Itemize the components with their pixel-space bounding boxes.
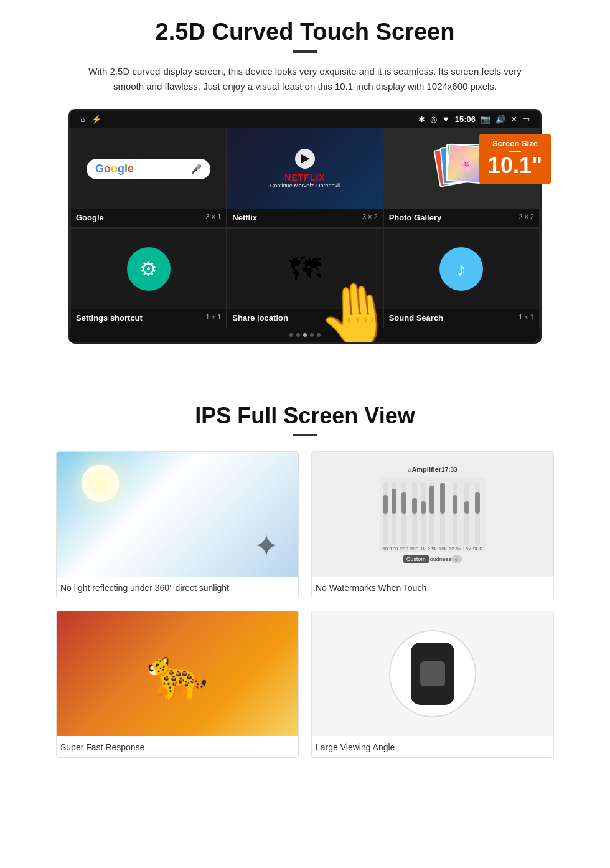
card-cheetah: 🐆 Super Fast Response: [56, 611, 299, 758]
amp-label-10: SUB: [472, 546, 482, 552]
section-curved-screen: 2.5D Curved Touch Screen With 2.5D curve…: [0, 0, 610, 359]
netflix-subtitle: Continue Marvel's Daredevil: [270, 182, 340, 189]
netflix-figure: NETFLIX Continue Marvel's Daredevil: [227, 128, 382, 209]
amp-track-5: [421, 483, 426, 545]
device-container: ⌂ ⚡ ✱ ◎ ▼ 15:06 📷 🔊 ✕ ▭: [68, 109, 542, 344]
amp-label-4: 500: [410, 546, 418, 552]
status-time: 15:06: [455, 115, 476, 124]
section2-underline: [293, 434, 317, 436]
sound-app-size: 1 × 1: [518, 313, 534, 323]
sky-image: ✦: [57, 452, 298, 577]
sound-icon-circle: ♪: [439, 247, 483, 291]
car-circle: [389, 630, 476, 717]
amp-track-4: [412, 483, 417, 545]
amp-col-6: 2.5k: [428, 483, 437, 552]
dot-3-active: [303, 333, 307, 337]
status-bar: ⌂ ⚡ ✱ ◎ ▼ 15:06 📷 🔊 ✕ ▭: [70, 111, 540, 128]
amp-col-1: 60: [382, 483, 388, 552]
amp-custom-label: Custom: [403, 555, 429, 563]
title-underline: [293, 50, 317, 53]
settings-app-size: 1 × 1: [206, 313, 222, 323]
amp-fill-2: [392, 489, 396, 514]
device-frame: ⌂ ⚡ ✱ ◎ ▼ 15:06 📷 🔊 ✕ ▭: [68, 109, 542, 344]
amp-col-4: 500: [410, 483, 418, 552]
amp-track-7: [440, 483, 445, 545]
amp-col-8: 12.5k: [449, 483, 461, 552]
amp-fill-3: [401, 492, 406, 514]
maps-app-name: Share location: [232, 313, 288, 323]
dot-1: [289, 333, 293, 337]
google-label: Google 3 × 1: [71, 209, 226, 227]
amp-fill-5: [421, 501, 426, 514]
image-grid: ✦ No light reflecting under 360° direct …: [37, 451, 573, 758]
app-cell-sound[interactable]: ♪ Sound Search 1 × 1: [383, 228, 540, 328]
maps-label: Share location 1 × 1: [227, 309, 382, 328]
amp-label-8: 12.5k: [449, 546, 461, 552]
section2-title: IPS Full Screen View: [37, 403, 573, 429]
card-amplifier: ⌂ Amplifier 17:33 60: [311, 451, 554, 598]
google-app-size: 3 × 1: [206, 213, 222, 222]
home-icon: ⌂: [80, 115, 85, 124]
amp-fill-6: [429, 486, 434, 514]
google-thumbnail: Google 🎤: [71, 128, 226, 209]
amp-col-2: 100: [390, 483, 398, 552]
google-mic-icon[interactable]: 🎤: [191, 164, 202, 174]
settings-gear-icon: ⚙: [139, 257, 157, 281]
cheetah-emoji: 🐆: [146, 644, 209, 703]
netflix-thumbnail: NETFLIX Continue Marvel's Daredevil: [227, 128, 382, 209]
cheetah-caption: Super Fast Response: [57, 736, 298, 757]
amp-track-9: [464, 483, 469, 545]
badge-size: 10.1": [488, 153, 542, 178]
status-right-icons: ✱ ◎ ▼ 15:06 📷 🔊 ✕ ▭: [418, 115, 530, 124]
amp-track-2: [392, 483, 396, 545]
dot-2: [296, 333, 300, 337]
netflix-app-name: Netflix: [232, 213, 257, 222]
settings-app-name: Settings shortcut: [76, 313, 143, 323]
volume-icon: 🔊: [495, 115, 505, 124]
car-image: [312, 611, 553, 736]
gallery-app-size: 2 × 2: [518, 213, 534, 222]
amp-time: 17:33: [441, 466, 458, 473]
amp-track-10: [475, 483, 480, 545]
section1-description: With 2.5D curved-display screen, this de…: [87, 64, 523, 94]
amp-fill-9: [464, 501, 469, 514]
usb-icon: ⚡: [92, 115, 101, 124]
amp-col-3: 200: [400, 483, 408, 552]
amp-fill-4: [412, 498, 417, 514]
app-cell-netflix[interactable]: NETFLIX Continue Marvel's Daredevil Netf…: [227, 128, 383, 228]
amp-col-9: 15k: [462, 483, 471, 552]
camera-icon: 📷: [481, 115, 490, 124]
amp-header: ⌂ Amplifier 17:33: [408, 466, 457, 473]
swipe-dots: [70, 328, 540, 342]
netflix-play-button[interactable]: [295, 149, 315, 169]
close-icon: ✕: [510, 115, 517, 124]
amp-title: Amplifier: [411, 466, 441, 473]
sunlight-caption: No light reflecting under 360° direct su…: [57, 577, 298, 598]
wifi-icon: ▼: [442, 115, 450, 124]
card-sunlight: ✦ No light reflecting under 360° direct …: [56, 451, 299, 598]
bluetooth-icon: ✱: [418, 115, 425, 124]
maps-thumbnail: 🗺: [227, 229, 382, 309]
app-cell-google[interactable]: Google 🎤 Google 3 × 1: [70, 128, 227, 228]
sound-label: Sound Search 1 × 1: [384, 309, 539, 328]
amp-track-8: [453, 483, 458, 545]
cheetah-image: 🐆: [57, 611, 298, 736]
app-grid: Google 🎤 Google 3 × 1: [70, 128, 540, 328]
settings-thumbnail: ⚙: [71, 229, 226, 309]
amp-footer: Custom loudness ○: [403, 555, 462, 563]
amp-toggle[interactable]: ○: [451, 555, 462, 563]
app-cell-settings[interactable]: ⚙ Settings shortcut 1 × 1: [70, 228, 227, 328]
amp-caption: No Watermarks When Touch: [312, 577, 553, 598]
settings-icon-circle: ⚙: [127, 247, 171, 291]
amp-label-3: 200: [400, 546, 408, 552]
netflix-brand: NETFLIX: [284, 172, 325, 182]
car-body: [411, 643, 454, 705]
gallery-app-name: Photo Gallery: [389, 213, 442, 222]
settings-label: Settings shortcut 1 × 1: [71, 309, 226, 328]
badge-underline: [509, 151, 521, 152]
google-search-bar[interactable]: Google 🎤: [87, 159, 210, 179]
music-note-icon: ♪: [456, 258, 466, 281]
amp-label-7: 10k: [439, 546, 447, 552]
amp-bars: 60 100 200: [380, 477, 485, 552]
app-cell-maps[interactable]: 🗺 Share location 1 × 1 🤚: [227, 228, 383, 328]
